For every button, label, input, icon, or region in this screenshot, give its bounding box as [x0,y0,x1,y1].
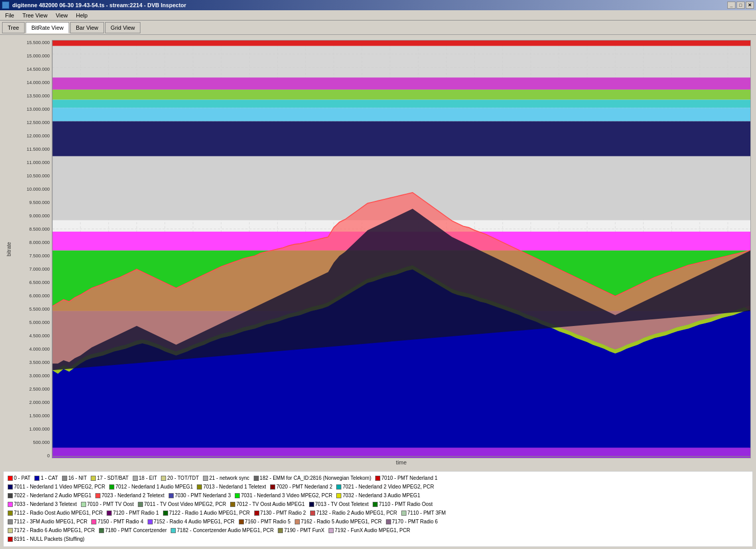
legend-item-pmt-3fm: 7110 - PMT 3FM [401,509,446,517]
legend-color-networksync [203,476,208,481]
legend-label-pmt-radio1: 7120 - PMT Radio 1 [113,509,158,517]
legend-row-2: 7011 - Nederland 1 Video MPEG2, PCR 7012… [8,483,748,491]
legend-row-8: 8191 - NULL Packets (Stuffing) [8,535,748,543]
y-label: 15.000.000 [13,53,50,58]
menu-treeview[interactable]: Tree View [18,11,52,19]
chart-wrapper: bitrate 15.500.00015.000.00014.500.00014… [5,40,751,458]
legend-color-7032 [336,493,341,498]
legend-item-sdtbat: 17 - SDT/BAT [91,474,129,482]
legend-color-radio1-aud [163,511,168,516]
y-label: 9.000.000 [13,213,50,218]
legend-color-7112-radiooost [8,511,13,516]
legend-item-pmt-radio4: 7150 - PMT Radio 4 [91,518,143,526]
legend-color-null [8,537,13,542]
legend-label-7032: 7032 - Nederland 3 Audio MPEG1 [342,492,420,500]
legend-color-funx-aud [329,528,334,533]
legend-color-7021 [336,484,341,490]
y-label: 3.000.000 [13,373,50,378]
legend-item-pmt-radio5: 7160 - PMT Radio 5 [239,518,291,526]
legend-row-6: 7112 - 3FM Audio MPEG1, PCR 7150 - PMT R… [8,518,748,526]
y-label: 14.500.000 [13,67,50,72]
legend-item-concertz-aud: 7182 - Concertzender Audio MPEG1, PCR [171,526,274,535]
legend-label-radio6-aud: 7172 - Radio 6 Audio MPEG1, PCR [14,526,95,535]
legend-label-nit: 16 - NIT [68,474,87,482]
menu-file[interactable]: File [1,11,18,19]
tab-tree[interactable]: Tree [2,22,25,33]
legend-color-pmt7010 [375,476,380,481]
titlebar: digitenne 482000 06-30 19-43-54.ts - str… [0,0,756,10]
legend-label-pmt-3fm: 7110 - PMT 3FM [407,509,446,517]
legend-color-7011 [8,484,13,490]
legend-label-3fm-aud: 7112 - 3FM Audio MPEG1, PCR [14,518,87,526]
tab-bar-view[interactable]: Bar View [70,22,104,33]
legend-color-7023 [95,493,100,498]
y-label: 5.500.000 [13,307,50,312]
legend-color-tvoost-vid [138,502,143,507]
legend-item-7013: 7013 - Nederland 1 Teletext [197,483,266,491]
y-label: 13.000.000 [13,107,50,112]
y-label: 7.000.000 [13,267,50,272]
y-label: 1.000.000 [13,426,50,432]
legend-label-tvoost-aud: 7012 - TV Oost Audio MPEG1 [236,500,304,509]
legend-color-pmt-radiooost [373,502,378,507]
y-label: 2.000.000 [13,400,50,405]
legend-item-tvoost-tel: 7013 - TV Oost Teletext [309,500,369,509]
legend-item-tottdt: 20 - TOT/TDT [161,474,199,482]
menu-view[interactable]: View [52,11,72,19]
legend-color-concertz-aud [171,528,176,533]
legend-label-concertz-aud: 7182 - Concertzender Audio MPEG1, PCR [177,526,274,535]
legend-color-cat [34,476,39,481]
legend-item-radio5-aud: 7162 - Radio 5 Audio MPEG1, PCR [295,518,382,526]
x-axis-area: time [52,458,751,466]
legend-color-7020 [270,484,275,490]
maximize-button[interactable]: □ [737,2,745,9]
legend-color-radio4-aud [148,519,153,524]
svg-rect-56 [52,40,750,46]
legend-item-networksync: 21 - network sync [203,474,249,482]
legend-label-pmttvoost: 7010 - PMT TV Oost [87,500,134,509]
legend-row-4: 7033 - Nederland 3 Teletext 7010 - PMT T… [8,500,748,509]
legend-item-7032: 7032 - Nederland 3 Audio MPEG1 [336,492,420,500]
legend-item-pmt-funx: 7190 - PMT FunX [278,526,324,535]
main-content: bitrate 15.500.00015.000.00014.500.00014… [0,35,756,549]
legend-label-tvoost-tel: 7013 - TV Oost Teletext [315,500,369,509]
legend-label-pat: 0 - PAT [14,474,30,482]
y-label: 12.500.000 [13,120,50,125]
legend-color-pmttvoost [81,502,86,507]
legend-item-radio6-aud: 7172 - Radio 6 Audio MPEG1, PCR [8,526,95,535]
legend-color-nit [62,476,67,481]
legend-label-7112-radiooost: 7112 - Radio Oost Audio MPEG1, PCR [14,509,103,517]
tab-grid-view[interactable]: Grid View [105,22,140,33]
legend-item-cat: 1 - CAT [34,474,58,482]
legend-item-pat: 0 - PAT [8,474,30,482]
legend-color-sdtbat [91,476,96,481]
legend-label-funx-aud: 7192 - FunX Audio MPEG1, PCR [335,526,410,535]
legend-item-pmt-concertz: 7180 - PMT Concertzender [99,526,167,535]
window-controls: _ □ ✕ [727,2,754,9]
legend-item-pmt7010: 7010 - PMT Nederland 1 [375,474,437,482]
legend-label-radio4-aud: 7152 - Radio 4 Audio MPEG1, PCR [154,518,235,526]
legend-row-1: 0 - PAT 1 - CAT 16 - NIT 17 - SDT/BAT 18… [8,474,748,482]
legend-item-tvoost-aud: 7012 - TV Oost Audio MPEG1 [230,500,304,509]
minimize-button[interactable]: _ [727,2,735,9]
y-label: 8.000.000 [13,240,50,245]
legend-color-pmt-radio2 [254,511,259,516]
legend-item-nit: 16 - NIT [62,474,87,482]
svg-rect-58 [52,90,750,100]
close-button[interactable]: ✕ [746,2,754,9]
legend-color-pmt-radio4 [91,519,96,524]
chart-area[interactable] [52,40,751,458]
menu-help[interactable]: Help [72,11,92,19]
legend-label-radio2-aud: 7132 - Radio 2 Audio MPEG1, PCR [316,509,397,517]
y-label: 15.500.000 [13,40,50,45]
legend-label-cat: 1 - CAT [40,474,58,482]
legend-item-emm182: 182 - EMM for CA_ID:2816 (Norwegian Tele… [254,474,372,482]
legend-label-pmt-radio5: 7160 - PMT Radio 5 [245,518,291,526]
tab-bitrate-view[interactable]: BitRate View [26,22,69,33]
legend-item-tvoost-vid: 7011 - TV Oost Video MPEG2, PCR [138,500,226,509]
legend-label-tvoost-vid: 7011 - TV Oost Video MPEG2, PCR [144,500,226,509]
legend-item-null: 8191 - NULL Packets (Stuffing) [8,535,85,543]
menubar: File Tree View View Help [0,10,756,21]
legend-row-3: 7022 - Nederland 2 Audio MPEG1 7023 - Ne… [8,492,748,500]
legend-color-7022 [8,493,13,498]
